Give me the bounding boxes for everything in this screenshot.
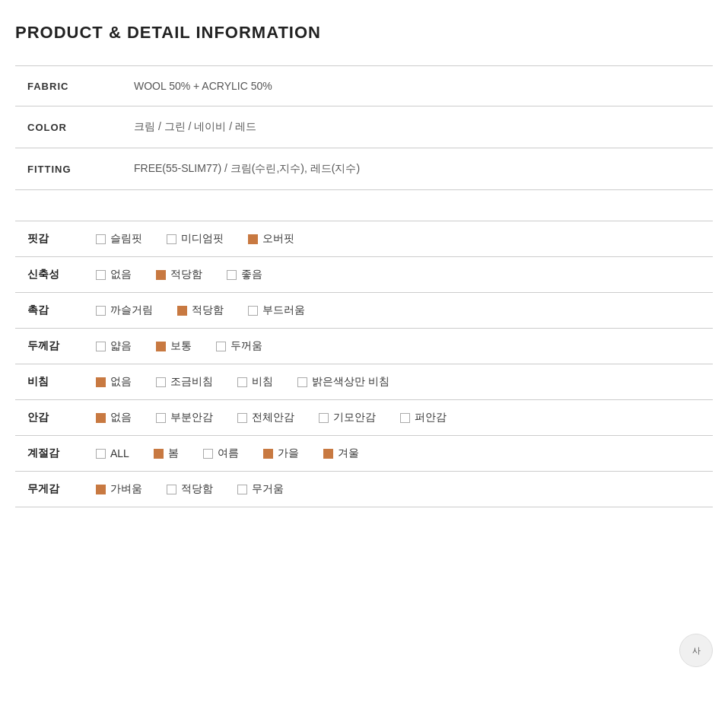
option-label: 부드러움 bbox=[262, 304, 305, 317]
detail-options: 없음 조금비침 비침 밝은색상만 비침 bbox=[84, 364, 713, 400]
checkbox-icon bbox=[96, 306, 106, 316]
info-label: FITTING bbox=[15, 148, 122, 190]
option-item: 오버핏 bbox=[248, 232, 294, 246]
option-label: 슬림핏 bbox=[110, 232, 142, 246]
detail-row: 신축성 없음 적당함 좋음 bbox=[15, 257, 713, 293]
checkbox-icon bbox=[96, 485, 106, 494]
option-label: 보통 bbox=[170, 339, 192, 353]
info-row: FABRIC WOOL 50% + ACRYLIC 50% bbox=[15, 66, 713, 106]
detail-table: 핏감 슬림핏 미디엄핏 오버핏 신축성 bbox=[15, 221, 713, 507]
checkbox-icon bbox=[248, 306, 258, 316]
checkbox-icon bbox=[167, 485, 176, 494]
option-label: 좋음 bbox=[241, 268, 262, 281]
checkbox-icon bbox=[154, 449, 164, 459]
option-label: 기모안감 bbox=[333, 411, 376, 424]
option-label: 적당함 bbox=[192, 304, 224, 317]
checkbox-icon bbox=[167, 234, 176, 244]
option-item: 밝은색상만 비침 bbox=[297, 375, 389, 389]
detail-label: 신축성 bbox=[15, 257, 84, 293]
info-label: COLOR bbox=[15, 106, 122, 148]
checkbox-icon bbox=[227, 270, 237, 280]
detail-label: 핏감 bbox=[15, 221, 84, 257]
option-item: 비침 bbox=[237, 375, 273, 389]
detail-options: 얇음 보통 두꺼움 bbox=[84, 329, 713, 364]
option-item: 좋음 bbox=[227, 268, 262, 281]
option-label: 밝은색상만 비침 bbox=[312, 375, 389, 389]
detail-row: 핏감 슬림핏 미디엄핏 오버핏 bbox=[15, 221, 713, 257]
checkbox-icon bbox=[96, 449, 106, 459]
option-label: 부분안감 bbox=[170, 411, 213, 424]
checkbox-icon bbox=[216, 342, 226, 351]
checkbox-icon bbox=[177, 306, 187, 316]
option-item: 적당함 bbox=[156, 268, 202, 281]
option-item: 봄 bbox=[154, 447, 179, 460]
option-label: 없음 bbox=[110, 375, 132, 389]
checkbox-icon bbox=[96, 270, 106, 280]
option-item: 퍼안감 bbox=[400, 411, 447, 424]
option-item: 전체안감 bbox=[237, 411, 294, 424]
checkbox-icon bbox=[156, 377, 166, 387]
option-label: 퍼안감 bbox=[415, 411, 447, 424]
option-item: 겨울 bbox=[323, 447, 359, 460]
option-label: 여름 bbox=[218, 447, 239, 460]
detail-label: 안감 bbox=[15, 400, 84, 436]
option-item: 없음 bbox=[96, 411, 132, 424]
checkbox-icon bbox=[203, 449, 213, 459]
side-button[interactable]: 사 bbox=[679, 634, 713, 667]
detail-label: 비침 bbox=[15, 364, 84, 400]
checkbox-icon bbox=[237, 485, 247, 494]
detail-label: 계절감 bbox=[15, 436, 84, 472]
checkbox-icon bbox=[156, 342, 166, 351]
option-label: 조금비침 bbox=[170, 375, 213, 389]
checkbox-icon bbox=[237, 377, 247, 387]
option-item: 적당함 bbox=[177, 304, 224, 317]
detail-options: 없음 부분안감 전체안감 기모안감 퍼안감 bbox=[84, 400, 713, 436]
detail-label: 무게감 bbox=[15, 472, 84, 507]
option-label: 무거움 bbox=[252, 482, 284, 496]
option-item: 조금비침 bbox=[156, 375, 213, 389]
detail-label: 두께감 bbox=[15, 329, 84, 364]
option-label: 비침 bbox=[252, 375, 273, 389]
option-item: 까슬거림 bbox=[96, 304, 153, 317]
info-table: FABRIC WOOL 50% + ACRYLIC 50% COLOR 크림 /… bbox=[15, 65, 713, 190]
option-item: 기모안감 bbox=[319, 411, 376, 424]
detail-options: ALL 봄 여름 가을 겨울 bbox=[84, 436, 713, 472]
option-item: 없음 bbox=[96, 268, 132, 281]
info-row: COLOR 크림 / 그린 / 네이비 / 레드 bbox=[15, 106, 713, 148]
detail-row: 두께감 얇음 보통 두꺼움 bbox=[15, 329, 713, 364]
checkbox-icon bbox=[319, 413, 329, 423]
option-item: 슬림핏 bbox=[96, 232, 142, 246]
detail-row: 계절감 ALL 봄 여름 가을 bbox=[15, 436, 713, 472]
checkbox-icon bbox=[323, 449, 333, 459]
option-item: 부드러움 bbox=[248, 304, 305, 317]
checkbox-icon bbox=[96, 413, 106, 423]
option-label: 봄 bbox=[168, 447, 179, 460]
option-item: 여름 bbox=[203, 447, 239, 460]
detail-label: 촉감 bbox=[15, 293, 84, 329]
info-label: FABRIC bbox=[15, 66, 122, 106]
option-label: 없음 bbox=[110, 268, 132, 281]
page-title: PRODUCT & DETAIL INFORMATION bbox=[15, 23, 713, 43]
option-label: 가벼움 bbox=[110, 482, 142, 496]
side-button-label: 사 bbox=[692, 645, 701, 656]
detail-row: 촉감 까슬거림 적당함 부드러움 bbox=[15, 293, 713, 329]
option-item: 얇음 bbox=[96, 339, 132, 353]
checkbox-icon bbox=[156, 413, 166, 423]
info-value: WOOL 50% + ACRYLIC 50% bbox=[122, 66, 713, 106]
option-label: 미디엄핏 bbox=[181, 232, 224, 246]
detail-options: 까슬거림 적당함 부드러움 bbox=[84, 293, 713, 329]
checkbox-icon bbox=[96, 377, 106, 387]
info-row: FITTING FREE(55-SLIM77) / 크림(수린,지수), 레드(… bbox=[15, 148, 713, 190]
option-item: 가을 bbox=[263, 447, 299, 460]
option-item: ALL bbox=[96, 447, 129, 459]
detail-options: 가벼움 적당함 무거움 bbox=[84, 472, 713, 507]
option-label: 두꺼움 bbox=[230, 339, 262, 353]
checkbox-icon bbox=[400, 413, 410, 423]
checkbox-icon bbox=[96, 234, 106, 244]
checkbox-icon bbox=[263, 449, 273, 459]
option-label: 겨울 bbox=[338, 447, 359, 460]
page-container: PRODUCT & DETAIL INFORMATION FABRIC WOOL… bbox=[0, 0, 728, 728]
option-label: 얇음 bbox=[110, 339, 132, 353]
checkbox-icon bbox=[237, 413, 247, 423]
detail-row: 안감 없음 부분안감 전체안감 기모안감 bbox=[15, 400, 713, 436]
